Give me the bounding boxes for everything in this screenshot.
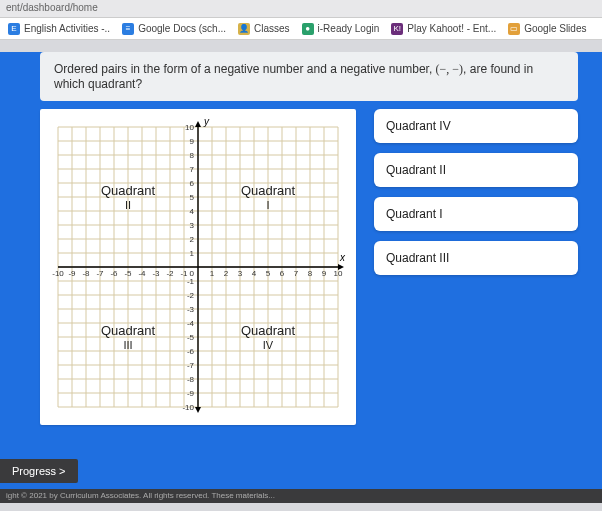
svg-text:-6: -6 (187, 347, 195, 356)
answer-option[interactable]: Quadrant II (374, 153, 578, 187)
bookmark-item[interactable]: 👤Classes (238, 23, 290, 35)
svg-text:1: 1 (210, 269, 215, 278)
svg-text:2: 2 (190, 235, 195, 244)
svg-text:-10: -10 (182, 403, 194, 412)
graph-card: -10-9-8-7-6-5-4-3-2-112345678910-10-9-8-… (40, 109, 356, 425)
svg-text:4: 4 (190, 207, 195, 216)
svg-text:-4: -4 (187, 319, 195, 328)
svg-text:2: 2 (224, 269, 229, 278)
question-card: Ordered pairs in the form of a negative … (40, 52, 578, 101)
svg-text:-8: -8 (82, 269, 90, 278)
svg-text:4: 4 (252, 269, 257, 278)
svg-text:0: 0 (190, 269, 195, 278)
content-panel: -10-9-8-7-6-5-4-3-2-112345678910-10-9-8-… (40, 109, 578, 425)
svg-text:8: 8 (308, 269, 313, 278)
bookmark-icon: ≡ (122, 23, 134, 35)
bookmark-icon: ● (302, 23, 314, 35)
svg-text:8: 8 (190, 151, 195, 160)
svg-text:II: II (125, 199, 131, 211)
svg-text:-5: -5 (124, 269, 132, 278)
svg-text:-2: -2 (187, 291, 195, 300)
svg-text:-6: -6 (110, 269, 118, 278)
svg-text:-10: -10 (52, 269, 64, 278)
bookmark-label: i-Ready Login (318, 23, 380, 34)
svg-text:6: 6 (190, 179, 195, 188)
bookmark-label: English Activities -.. (24, 23, 110, 34)
bookmark-icon: 👤 (238, 23, 250, 35)
svg-text:10: 10 (334, 269, 343, 278)
svg-text:-3: -3 (152, 269, 160, 278)
bookmark-item[interactable]: ●i-Ready Login (302, 23, 380, 35)
svg-text:-7: -7 (96, 269, 104, 278)
question-notation: (−, −) (436, 62, 464, 76)
svg-text:6: 6 (280, 269, 285, 278)
svg-text:Quadrant: Quadrant (101, 323, 156, 338)
svg-text:-1: -1 (187, 277, 195, 286)
svg-text:10: 10 (185, 123, 194, 132)
svg-text:III: III (123, 339, 132, 351)
bookmark-label: Classes (254, 23, 290, 34)
svg-text:7: 7 (294, 269, 299, 278)
svg-text:y: y (203, 117, 210, 127)
bookmark-label: Google Slides (524, 23, 586, 34)
svg-text:-3: -3 (187, 305, 195, 314)
svg-text:-7: -7 (187, 361, 195, 370)
bookmark-label: Google Docs (sch... (138, 23, 226, 34)
bookmark-icon: E (8, 23, 20, 35)
answer-option[interactable]: Quadrant III (374, 241, 578, 275)
svg-text:5: 5 (266, 269, 271, 278)
svg-text:-4: -4 (138, 269, 146, 278)
svg-text:7: 7 (190, 165, 195, 174)
svg-text:Quadrant: Quadrant (101, 183, 156, 198)
coordinate-plane: -10-9-8-7-6-5-4-3-2-112345678910-10-9-8-… (48, 117, 348, 417)
svg-marker-45 (195, 121, 201, 127)
svg-text:9: 9 (322, 269, 327, 278)
bookmark-label: Play Kahoot! - Ent... (407, 23, 496, 34)
svg-text:I: I (266, 199, 269, 211)
bookmark-item[interactable]: K!Play Kahoot! - Ent... (391, 23, 496, 35)
svg-text:Quadrant: Quadrant (241, 323, 296, 338)
bookmark-item[interactable]: ▭Google Slides (508, 23, 586, 35)
bookmarks-bar: EEnglish Activities -..≡Google Docs (sch… (0, 18, 602, 40)
app-frame: Ordered pairs in the form of a negative … (0, 52, 602, 503)
svg-text:3: 3 (190, 221, 195, 230)
url-bar[interactable]: ent/dashboard/home (0, 0, 602, 18)
svg-text:-8: -8 (187, 375, 195, 384)
progress-button[interactable]: Progress > (0, 459, 78, 483)
bookmark-item[interactable]: ≡Google Docs (sch... (122, 23, 226, 35)
svg-text:-5: -5 (187, 333, 195, 342)
answer-list: Quadrant IVQuadrant IIQuadrant IQuadrant… (374, 109, 578, 425)
svg-text:-9: -9 (187, 389, 195, 398)
svg-text:IV: IV (263, 339, 274, 351)
svg-text:3: 3 (238, 269, 243, 278)
question-text-pre: Ordered pairs in the form of a negative … (54, 62, 436, 76)
answer-option[interactable]: Quadrant IV (374, 109, 578, 143)
svg-marker-46 (195, 407, 201, 413)
bookmark-icon: ▭ (508, 23, 520, 35)
svg-text:x: x (339, 252, 346, 263)
copyright-footer: ight © 2021 by Curriculum Associates. Al… (0, 489, 602, 503)
svg-text:-9: -9 (68, 269, 76, 278)
answer-option[interactable]: Quadrant I (374, 197, 578, 231)
svg-text:Quadrant: Quadrant (241, 183, 296, 198)
svg-text:5: 5 (190, 193, 195, 202)
svg-text:1: 1 (190, 249, 195, 258)
svg-text:-2: -2 (166, 269, 174, 278)
svg-text:9: 9 (190, 137, 195, 146)
bookmark-icon: K! (391, 23, 403, 35)
bookmark-item[interactable]: EEnglish Activities -.. (8, 23, 110, 35)
